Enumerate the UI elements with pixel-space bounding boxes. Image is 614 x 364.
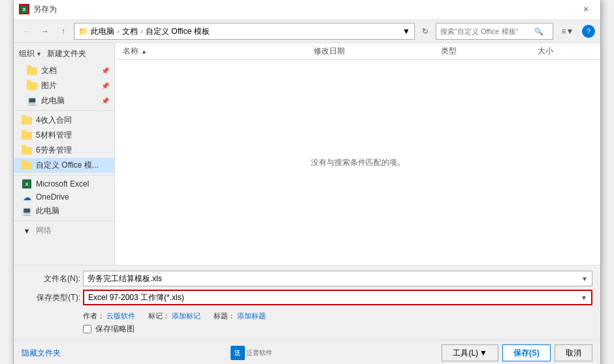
thumbnail-row: 保存缩略图 <box>83 324 592 335</box>
back-icon: ← <box>23 27 31 36</box>
breadcrumb-dropdown-arrow[interactable]: ▼ <box>402 27 410 36</box>
fanpu-logo: 泛 <box>231 346 245 360</box>
close-button[interactable]: × <box>577 3 595 16</box>
filename-dropdown-arrow[interactable]: ▼ <box>581 275 588 282</box>
sidebar-item-this-pc-quick[interactable]: 💻 此电脑 📌 <box>14 93 114 108</box>
sidebar-item-contracts[interactable]: 4收入合同 <box>14 113 114 128</box>
folder-icon-sm: 📁 <box>78 27 88 36</box>
excel-app-icon: X <box>19 4 29 14</box>
sidebar-item-documents[interactable]: 文档 📌 <box>14 63 114 78</box>
tools-button[interactable]: 工具(L) ▼ <box>442 344 498 361</box>
filetype-row: 保存类型(T): Excel 97-2003 工作簿(*.xls) ▼ <box>22 290 592 305</box>
author-label: 作者： <box>83 312 105 320</box>
save-button[interactable]: 保存(S) <box>502 344 551 361</box>
empty-message: 没有与搜索条件匹配的项。 <box>311 157 405 168</box>
col-date-header[interactable]: 修改日期 <box>311 46 439 57</box>
author-block: 作者： 云版软件 <box>83 311 135 321</box>
footer-right: 工具(L) ▼ 保存(S) 取消 <box>442 344 592 361</box>
sidebar-item-office-templates[interactable]: 自定义 Office 模... <box>14 158 114 173</box>
organize-dropdown-icon: ▼ <box>36 51 42 57</box>
pin-icon-3: 📌 <box>101 97 109 104</box>
sidebar-label-office-templates: 自定义 Office 模... <box>36 160 99 171</box>
col-name-header[interactable]: 名称 ▲ <box>115 46 311 57</box>
filename-value: 劳务完工结算模板.xls <box>88 273 162 284</box>
tag-label: 标记： <box>148 312 170 320</box>
folder-icon-documents <box>27 67 37 76</box>
forward-button[interactable]: → <box>37 23 53 39</box>
cancel-button[interactable]: 取消 <box>555 344 592 361</box>
breadcrumb[interactable]: 📁 此电脑 › 文档 › 自定义 Office 模板 ▼ <box>74 23 415 40</box>
sidebar-item-onedrive[interactable]: ☁ OneDrive <box>14 190 114 204</box>
view-toggle-button[interactable]: ≡▼ <box>556 23 579 39</box>
filetype-value: Excel 97-2003 工作簿(*.xls) <box>88 292 184 303</box>
separator-2: › <box>140 27 143 36</box>
breadcrumb-this-pc: 此电脑 <box>91 26 114 37</box>
hide-folders-label[interactable]: 隐藏文件夹 <box>22 348 61 359</box>
search-input[interactable] <box>440 27 532 35</box>
sidebar-label-more: 网络 <box>36 225 52 236</box>
sidebar-item-more[interactable]: ▼ 网络 <box>14 223 114 238</box>
filename-row: 文件名(N): 劳务完工结算模板.xls ▼ <box>22 271 592 286</box>
filetype-input[interactable]: Excel 97-2003 工作簿(*.xls) ▼ <box>83 290 592 305</box>
divider-2 <box>14 175 114 175</box>
footer-left: 隐藏文件夹 <box>22 348 61 359</box>
author-value[interactable]: 云版软件 <box>106 312 135 320</box>
save-label: 保存(S) <box>513 348 540 359</box>
title-block: 标题： 添加标题 <box>214 311 266 321</box>
sidebar-item-labor[interactable]: 6劳务管理 <box>14 143 114 158</box>
dialog-title: 另存为 <box>33 4 57 15</box>
col-type-header[interactable]: 类型 <box>438 46 535 57</box>
folder-icon-labor <box>22 146 32 155</box>
col-size-label: 大小 <box>538 46 553 55</box>
footer-bar: 隐藏文件夹 泛 泛普软件 工具(L) ▼ 保存(S) 取消 <box>14 340 600 364</box>
folder-icon-office-templates <box>22 161 32 170</box>
title-bar: X 另存为 × <box>14 0 600 20</box>
forward-icon: → <box>41 27 49 36</box>
new-folder-label: 新建文件夹 <box>47 48 86 59</box>
sidebar: 组织 ▼ 新建文件夹 文档 📌 图片 📌 <box>14 43 115 265</box>
filename-label: 文件名(N): <box>22 273 80 284</box>
save-as-dialog: X 另存为 × ← → ↑ 📁 此电脑 › 文档 › 自定义 Office 模板… <box>13 0 601 364</box>
organize-button[interactable]: 组织 ▼ <box>19 48 42 59</box>
sidebar-label-labor: 6劳务管理 <box>36 145 72 156</box>
up-button[interactable]: ↑ <box>56 23 71 39</box>
new-folder-button[interactable]: 新建文件夹 <box>47 48 86 59</box>
excel-icon: X <box>22 179 32 189</box>
col-name-label: 名称 <box>123 46 138 57</box>
breadcrumb-office-templates: 自定义 Office 模板 <box>146 26 210 37</box>
sidebar-label-this-pc-quick: 此电脑 <box>41 95 65 106</box>
tag-value[interactable]: 添加标记 <box>172 312 201 320</box>
folder-icon-materials <box>22 131 32 140</box>
title-bar-left: X 另存为 <box>19 4 57 15</box>
column-header: 名称 ▲ 修改日期 类型 大小 <box>115 43 600 60</box>
refresh-icon: ↻ <box>422 27 428 36</box>
sidebar-item-materials[interactable]: 5材料管理 <box>14 128 114 143</box>
computer-icon-main: 💻 <box>22 207 32 216</box>
tools-arrow: ▼ <box>479 348 487 357</box>
pin-icon-2: 📌 <box>101 82 109 89</box>
sidebar-label-this-pc: 此电脑 <box>36 205 59 217</box>
tag-block: 标记： 添加标记 <box>148 311 201 321</box>
separator-1: › <box>117 27 120 36</box>
brand-name: 泛普软件 <box>246 348 272 357</box>
title-value[interactable]: 添加标题 <box>237 312 266 320</box>
filename-input[interactable]: 劳务完工结算模板.xls ▼ <box>83 271 592 286</box>
filetype-dropdown-arrow[interactable]: ▼ <box>581 294 587 301</box>
help-button[interactable]: ? <box>582 25 595 38</box>
navigation-toolbar: ← → ↑ 📁 此电脑 › 文档 › 自定义 Office 模板 ▼ ↻ 🔍 ≡… <box>14 20 600 43</box>
col-size-header[interactable]: 大小 <box>535 46 600 57</box>
search-bar[interactable]: 🔍 <box>436 23 553 40</box>
sidebar-item-excel[interactable]: X Microsoft Excel <box>14 177 114 190</box>
sidebar-item-pictures[interactable]: 图片 📌 <box>14 78 114 93</box>
tools-label: 工具(L) <box>453 348 478 359</box>
title-label: 标题： <box>214 312 235 320</box>
refresh-button[interactable]: ↻ <box>417 23 433 39</box>
thumbnail-checkbox[interactable] <box>83 325 91 333</box>
back-button[interactable]: ← <box>19 23 35 39</box>
pin-icon: 📌 <box>101 67 109 74</box>
thumbnail-label: 保存缩略图 <box>95 324 135 335</box>
computer-icon-quick: 💻 <box>27 97 37 106</box>
col-date-label: 修改日期 <box>314 46 345 55</box>
sidebar-item-this-pc[interactable]: 💻 此电脑 <box>14 204 114 219</box>
main-content-empty: 没有与搜索条件匹配的项。 <box>115 60 600 265</box>
